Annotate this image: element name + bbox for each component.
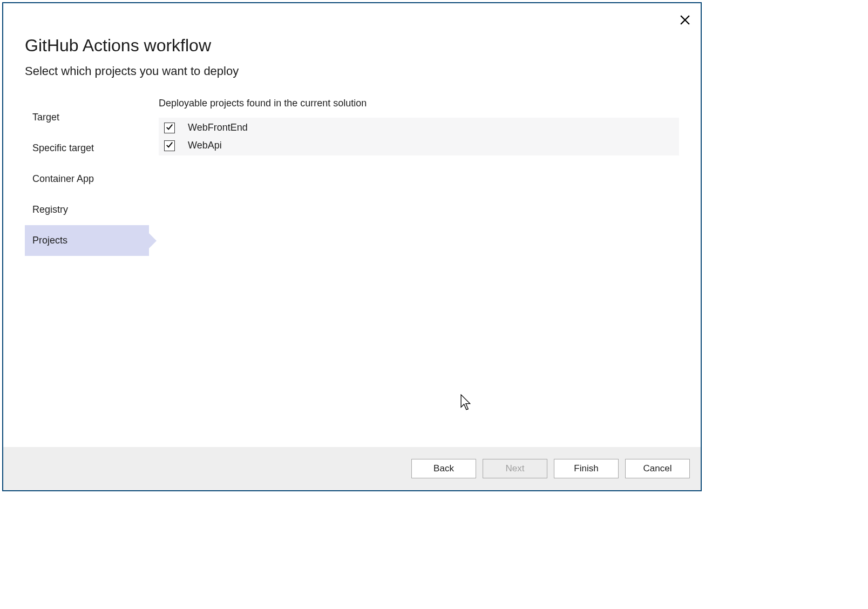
checkbox-webapi[interactable] (164, 140, 175, 151)
checkmark-icon (166, 141, 173, 151)
sidebar-item-registry[interactable]: Registry (25, 194, 149, 225)
next-button[interactable]: Next (483, 459, 547, 478)
sidebar-item-label: Projects (32, 235, 67, 246)
dialog-content: GitHub Actions workflow Select which pro… (3, 3, 701, 447)
sidebar-item-label: Target (32, 112, 59, 123)
sidebar-item-projects[interactable]: Projects (25, 225, 149, 256)
close-button[interactable] (679, 15, 691, 27)
close-icon (680, 15, 690, 27)
dialog-window: GitHub Actions workflow Select which pro… (2, 2, 702, 491)
project-item-webapi: WebApi (159, 137, 679, 154)
back-button[interactable]: Back (411, 459, 476, 478)
project-item-webfrontend: WebFrontEnd (159, 119, 679, 137)
checkbox-webfrontend[interactable] (164, 123, 175, 133)
sidebar-item-label: Container App (32, 173, 94, 184)
cancel-button[interactable]: Cancel (625, 459, 690, 478)
finish-button[interactable]: Finish (554, 459, 619, 478)
sidebar-item-container-app[interactable]: Container App (25, 164, 149, 194)
content-panel: Deployable projects found in the current… (149, 98, 679, 436)
sidebar: Target Specific target Container App Reg… (25, 98, 149, 436)
sidebar-item-label: Registry (32, 204, 68, 215)
dialog-subtitle: Select which projects you want to deploy (25, 64, 679, 78)
main-area: Target Specific target Container App Reg… (25, 98, 679, 436)
project-list: WebFrontEnd WebApi (159, 118, 679, 155)
sidebar-item-specific-target[interactable]: Specific target (25, 133, 149, 164)
dialog-title: GitHub Actions workflow (25, 36, 679, 56)
dialog-footer: Back Next Finish Cancel (3, 447, 701, 490)
sidebar-item-label: Specific target (32, 143, 94, 153)
sidebar-item-target[interactable]: Target (25, 102, 149, 133)
section-header: Deployable projects found in the current… (159, 98, 679, 109)
project-label: WebFrontEnd (188, 122, 248, 133)
checkmark-icon (166, 123, 173, 133)
project-label: WebApi (188, 140, 222, 151)
